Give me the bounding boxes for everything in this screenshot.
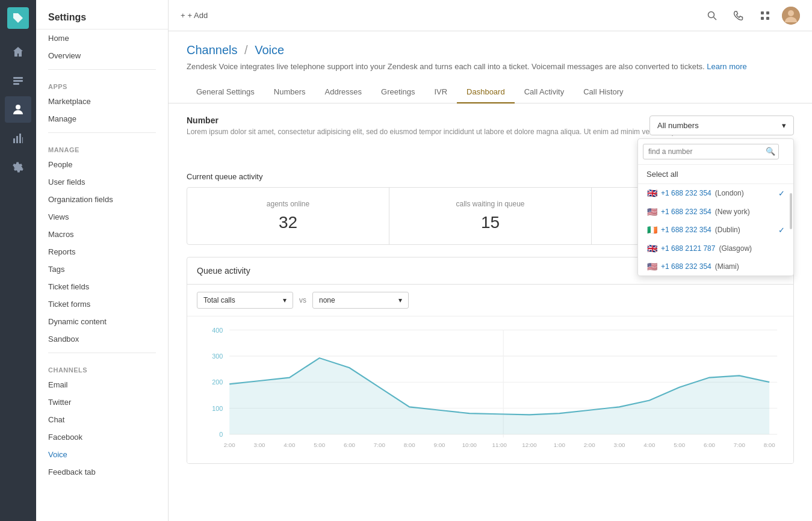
x-label-5: 7:00	[374, 442, 386, 448]
sidebar-item-tags[interactable]: Tags	[36, 260, 168, 278]
phone-number-2: +1 688 232 354	[661, 226, 711, 234]
tab-numbers[interactable]: Numbers	[264, 81, 315, 103]
sidebar-item-ticket-forms[interactable]: Ticket forms	[36, 295, 168, 313]
tab-ivr[interactable]: IVR	[424, 81, 457, 103]
x-label-11: 1:00	[554, 442, 566, 448]
stat-agents-online: agents online 32	[187, 188, 389, 244]
x-label-14: 4:00	[643, 442, 655, 448]
svg-point-16	[788, 10, 794, 16]
page-header: Channels / Voice Zendesk Voice integrate…	[169, 31, 812, 81]
sidebar-item-voice[interactable]: Voice	[36, 446, 168, 463]
sidebar-item-dynamic-content[interactable]: Dynamic content	[36, 313, 168, 330]
x-label-2: 4:00	[284, 442, 296, 448]
number-filter-container: All numbers ▾ 🔍 Select all 🇬🇧 +1 688 2	[649, 116, 794, 135]
number-option-london[interactable]: 🇬🇧 +1 688 232 354 (London) ✓	[638, 184, 793, 203]
check-icon-2: ✓	[778, 226, 785, 235]
settings-nav-icon[interactable]	[5, 154, 31, 180]
check-icon-0: ✓	[778, 189, 785, 198]
x-label-6: 8:00	[404, 442, 416, 448]
sidebar-item-org-fields[interactable]: Organization fields	[36, 191, 168, 208]
tab-dashboard[interactable]: Dashboard	[457, 81, 515, 103]
phone-number-4: +1 688 232 354	[661, 262, 711, 271]
tab-general-settings[interactable]: General Settings	[187, 81, 264, 103]
number-option-dublin[interactable]: 🇮🇪 +1 688 232 354 (Dublin) ✓	[638, 221, 793, 239]
dropdown-scrollbar[interactable]	[790, 193, 792, 229]
search-icon[interactable]	[702, 6, 722, 25]
sidebar-divider-channels	[48, 353, 156, 353]
people-nav-icon[interactable]	[5, 96, 31, 123]
phone-number-0: +1 688 232 354	[661, 189, 711, 197]
stat-value-1: 15	[401, 213, 579, 232]
sidebar-item-ticket-fields[interactable]: Ticket fields	[36, 278, 168, 295]
x-label-7: 9:00	[434, 442, 446, 448]
sidebar-item-people[interactable]: People	[36, 156, 168, 173]
stat-value-0: 32	[199, 213, 377, 232]
user-avatar[interactable]	[782, 7, 800, 25]
tickets-nav-icon[interactable]	[5, 67, 31, 94]
sidebar-item-feedback-tab[interactable]: Feedback tab	[36, 463, 168, 481]
metric2-label: none	[319, 296, 335, 304]
page-description: Zendesk Voice integrates live telephone …	[187, 61, 794, 73]
number-search-input[interactable]	[643, 144, 779, 159]
plus-icon: +	[181, 11, 185, 20]
home-nav-icon[interactable]	[5, 39, 31, 65]
x-label-1: 3:00	[254, 442, 266, 448]
breadcrumb-channels[interactable]: Channels	[187, 43, 238, 57]
tab-call-history[interactable]: Call History	[574, 81, 633, 103]
sidebar-item-marketplace[interactable]: Marketplace	[36, 93, 168, 110]
add-button[interactable]: + + Add	[181, 11, 208, 20]
stat-label-0: agents online	[199, 200, 377, 208]
svg-point-9	[708, 11, 714, 17]
app-logo	[7, 7, 29, 29]
y-label-200: 200	[212, 378, 223, 386]
tab-call-activity[interactable]: Call Activity	[515, 81, 574, 103]
svg-rect-0	[13, 77, 23, 79]
tab-greetings[interactable]: Greetings	[371, 81, 424, 103]
phone-number-1: +1 688 232 354	[661, 208, 711, 216]
sidebar-item-manage-apps[interactable]: Manage	[36, 110, 168, 128]
sidebar-item-macros[interactable]: Macros	[36, 226, 168, 243]
x-label-15: 5:00	[674, 442, 686, 448]
metric1-dropdown[interactable]: Total calls ▾	[197, 292, 293, 309]
top-bar: + + Add	[169, 0, 812, 31]
sidebar-item-reports[interactable]: Reports	[36, 243, 168, 260]
sidebar-item-email[interactable]: Email	[36, 376, 168, 393]
sidebar-item-home[interactable]: Home	[36, 29, 168, 47]
breadcrumb: Channels / Voice	[187, 43, 794, 57]
x-label-17: 7:00	[734, 442, 746, 448]
sidebar-item-overview[interactable]: Overview	[36, 47, 168, 64]
dashboard-body: Number Lorem ipsum dolor sit amet, conse…	[169, 103, 812, 522]
sidebar-title: Settings	[36, 0, 168, 29]
stat-label-1: calls waiting in queue	[401, 200, 579, 208]
apps-icon[interactable]	[755, 6, 775, 25]
phone-icon[interactable]	[729, 6, 748, 25]
x-label-4: 6:00	[344, 442, 356, 448]
number-option-glasgow[interactable]: 🇬🇧 +1 688 2121 787 (Glasgow)	[638, 239, 793, 257]
metric1-chevron-icon: ▾	[283, 296, 287, 304]
chart-controls: Total calls ▾ vs none ▾	[187, 285, 793, 316]
vs-label: vs	[299, 296, 306, 304]
learn-more-link[interactable]: Learn more	[707, 62, 746, 71]
reports-nav-icon[interactable]	[5, 125, 31, 152]
number-option-miami[interactable]: 🇺🇸 +1 688 232 354 (Miami)	[638, 257, 793, 276]
sidebar-item-views[interactable]: Views	[36, 208, 168, 226]
metric2-dropdown[interactable]: none ▾	[312, 292, 409, 309]
chart-fill	[229, 358, 769, 434]
flag-us-1: 🇺🇸	[646, 208, 657, 215]
tab-addresses[interactable]: Addresses	[315, 81, 371, 103]
location-3: (Glasgow)	[719, 244, 752, 253]
svg-point-3	[16, 105, 20, 109]
number-dropdown-button[interactable]: All numbers ▾	[649, 116, 794, 135]
sidebar-item-chat[interactable]: Chat	[36, 411, 168, 428]
sidebar-item-user-fields[interactable]: User fields	[36, 173, 168, 191]
svg-rect-6	[19, 134, 21, 143]
sidebar-item-twitter[interactable]: Twitter	[36, 393, 168, 411]
sidebar-item-sandbox[interactable]: Sandbox	[36, 330, 168, 348]
breadcrumb-separator: /	[244, 43, 248, 57]
settings-sidebar: Settings Home Overview Apps Marketplace …	[36, 0, 169, 521]
select-all-option[interactable]: Select all	[638, 165, 793, 184]
sidebar-item-facebook[interactable]: Facebook	[36, 428, 168, 446]
add-label[interactable]: + Add	[188, 11, 208, 20]
number-dropdown-list: 🇬🇧 +1 688 232 354 (London) ✓ 🇺🇸 +1 688 2…	[638, 184, 793, 276]
number-option-newyork[interactable]: 🇺🇸 +1 688 232 354 (New york)	[638, 203, 793, 221]
